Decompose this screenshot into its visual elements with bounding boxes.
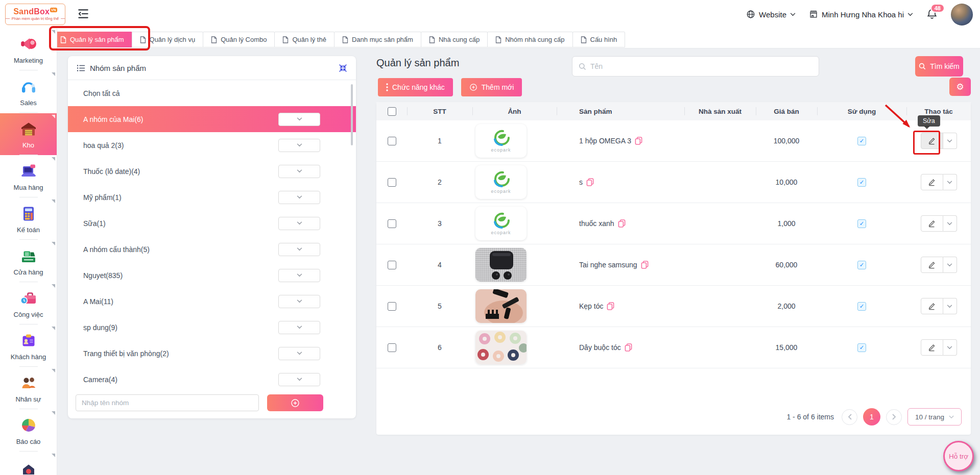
group-expand-button[interactable] [278,139,320,152]
in-use-checkbox[interactable]: ✓ [857,302,866,311]
select-all-groups[interactable]: Chọn tất cả [68,80,356,106]
group-item-3[interactable]: Mỹ phẩm(1) [68,184,356,210]
group-expand-button[interactable] [278,295,320,308]
group-item-5[interactable]: A nhóm cấu thành(5) [68,236,356,262]
group-expand-button[interactable] [278,321,320,334]
group-item-6[interactable]: Nguyet(835) [68,262,356,288]
tab-3[interactable]: Quản lý thẻ [274,32,334,47]
edit-button[interactable] [921,133,943,149]
column-header-0: STT [407,102,472,120]
group-expand-button[interactable] [278,373,320,386]
sidebar-item-4[interactable]: Kế toán [0,198,57,240]
group-item-2[interactable]: Thuốc (lô date)(4) [68,158,356,184]
current-page-button[interactable]: 1 [863,408,880,426]
group-list-scrollbar[interactable] [351,84,353,145]
group-item-8[interactable]: sp dung(9) [68,314,356,340]
table-settings-button[interactable]: ⚙ [949,78,971,96]
tab-7[interactable]: Cấu hình [572,32,626,47]
group-item-1[interactable]: hoa quả 2(3) [68,132,356,158]
app-root: SandBox VN Phần mềm quản trị tổng thể We… [0,0,980,475]
support-button[interactable]: Hỗ trợ [943,441,974,471]
more-actions-button[interactable] [943,174,957,190]
sidebar-item-0[interactable]: Marketing [0,29,57,70]
page-size-select[interactable]: 10 / trang [907,408,962,426]
search-input[interactable] [590,62,812,70]
row-checkbox[interactable] [388,178,396,187]
group-expand-button[interactable] [278,165,320,178]
group-item-4[interactable]: Sữa(1) [68,210,356,236]
tab-2[interactable]: Quản lý Combo [203,32,275,47]
copy-icon[interactable] [641,261,649,269]
search-button[interactable]: Tìm kiếm [915,56,963,77]
in-use-checkbox[interactable]: ✓ [857,343,866,352]
account-menu[interactable]: Minh Hưng Nha Khoa hi [809,10,913,19]
copy-icon[interactable] [607,302,614,310]
website-menu[interactable]: Website [746,10,796,19]
tab-4[interactable]: Danh mục sản phẩm [334,32,421,47]
prev-page-button[interactable] [842,409,857,425]
tab-1[interactable]: Quản lý dịch vụ [132,32,204,47]
user-avatar[interactable] [951,4,973,26]
sidebar-item-6[interactable]: Công việc [0,283,57,324]
row-checkbox[interactable] [388,261,396,269]
group-item-9[interactable]: Trang thiết bị văn phòng(2) [68,340,356,366]
document-icon [211,36,217,43]
in-use-checkbox[interactable]: ✓ [857,178,866,187]
group-item-7[interactable]: A Mai(11) [68,288,356,314]
group-item-10[interactable]: Camera(4) [68,366,356,392]
group-expand-button[interactable] [278,269,320,282]
app-logo[interactable]: SandBox VN Phần mềm quản trị tổng thể [5,4,65,25]
next-page-button[interactable] [886,409,902,425]
edit-button[interactable] [921,298,943,314]
edit-button[interactable] [921,257,943,273]
group-expand-button[interactable] [278,113,320,126]
group-item-0[interactable]: A nhóm của Mai(6) [68,106,356,132]
sidebar-item-3[interactable]: Mua hàng [0,156,57,197]
more-actions-button[interactable] [943,257,957,273]
sidebar-item-2[interactable]: Kho [0,113,57,155]
row-checkbox[interactable] [388,302,396,311]
notifications-button[interactable]: 48 [926,8,938,21]
sidebar-item-8[interactable]: Nhân sự [0,367,57,409]
sidebar-item-7[interactable]: Khách hàng [0,325,57,367]
copy-icon[interactable] [635,137,642,145]
sidebar-item-9[interactable]: Báo cáo [0,410,57,452]
group-expand-button[interactable] [278,347,320,360]
page-title: Quản lý sản phẩm [376,57,459,69]
more-actions-button[interactable] [943,215,957,232]
in-use-checkbox[interactable]: ✓ [857,219,866,228]
edit-button[interactable] [921,215,943,232]
tab-0[interactable]: Quản lý sản phẩm [52,32,132,47]
row-checkbox[interactable] [388,343,396,352]
add-new-button[interactable]: Thêm mới [461,78,522,96]
row-checkbox[interactable] [388,137,396,145]
menu-fold-icon[interactable] [77,7,90,20]
more-actions-button[interactable] [943,298,957,314]
in-use-checkbox[interactable]: ✓ [857,261,866,269]
collapse-panel-icon[interactable] [339,64,347,72]
copy-icon[interactable] [625,343,632,352]
add-group-button[interactable] [267,394,323,411]
more-actions-button[interactable] [943,133,957,149]
edit-button[interactable] [921,339,943,356]
product-name: 1 hộp OMEGA 3 [579,137,631,145]
svg-text:ecopark: ecopark [491,147,511,153]
tab-6[interactable]: Nhóm nhà cung cấp [487,32,572,47]
group-expand-button[interactable] [278,191,320,204]
other-functions-button[interactable]: Chức năng khác [378,78,453,96]
sidebar-item-5[interactable]: Cửa hàng [0,240,57,282]
row-checkbox[interactable] [388,219,396,228]
edit-button[interactable] [921,174,943,190]
group-expand-button[interactable] [278,243,320,256]
new-group-name-input[interactable] [76,394,259,411]
sidebar-item-partial[interactable] [0,452,57,475]
copy-icon[interactable] [586,178,594,186]
in-use-checkbox[interactable]: ✓ [857,137,866,145]
copy-icon[interactable] [618,219,626,228]
sidebar-item-1[interactable]: Sales [0,71,57,113]
more-actions-button[interactable] [943,339,957,356]
tab-5[interactable]: Nhà cung cấp [421,32,488,47]
group-expand-button[interactable] [278,217,320,230]
pie-chart-icon [19,416,38,435]
select-all-checkbox[interactable] [388,107,396,116]
